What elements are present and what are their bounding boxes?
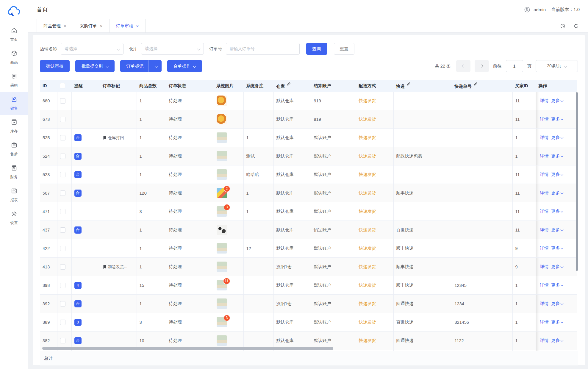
tab-2[interactable]: 订单审核 ×	[110, 19, 146, 32]
delivery-method-link[interactable]: 快递发货	[359, 338, 376, 343]
detail-link[interactable]: 详情	[540, 172, 549, 177]
row-checkbox[interactable]	[60, 172, 65, 177]
detail-link[interactable]: 详情	[540, 338, 549, 343]
product-image[interactable]: 3	[217, 206, 227, 217]
more-link[interactable]: 更多	[551, 98, 563, 104]
delivery-method-link[interactable]: 快递发货	[359, 117, 376, 121]
detail-link[interactable]: 详情	[540, 116, 549, 122]
product-image[interactable]	[217, 169, 227, 180]
query-button[interactable]: 查询	[306, 43, 327, 55]
app-logo[interactable]	[0, 0, 28, 23]
shop-select[interactable]: 请选择	[61, 43, 123, 55]
product-image[interactable]: 11	[217, 280, 227, 290]
delivery-method-link[interactable]: 快递发货	[359, 135, 376, 140]
horizontal-scrollbar[interactable]	[42, 347, 333, 350]
delivery-method-link[interactable]: 快递发货	[359, 264, 376, 269]
more-link[interactable]: 更多	[551, 246, 563, 251]
select-all-checkbox[interactable]	[60, 83, 65, 88]
sidebar-item-report[interactable]: 报表	[0, 184, 28, 207]
detail-link[interactable]: 详情	[540, 264, 549, 270]
detail-link[interactable]: 详情	[540, 301, 549, 307]
delivery-method-link[interactable]: 快递发货	[359, 98, 376, 103]
product-image[interactable]	[217, 151, 227, 161]
page-size-select[interactable]: 20条/页	[536, 60, 578, 72]
detail-link[interactable]: 详情	[540, 319, 549, 325]
row-checkbox[interactable]	[60, 283, 65, 288]
detail-link[interactable]: 详情	[540, 209, 549, 214]
more-link[interactable]: 更多	[551, 209, 563, 214]
product-image[interactable]	[217, 298, 227, 309]
delivery-method-link[interactable]: 快递发货	[359, 283, 376, 287]
edit-pencil-icon[interactable]	[407, 82, 411, 87]
detail-link[interactable]: 详情	[540, 135, 549, 140]
detail-link[interactable]: 详情	[540, 98, 549, 104]
delivery-method-link[interactable]: 快递发货	[359, 320, 376, 324]
row-checkbox[interactable]	[60, 98, 65, 104]
row-checkbox[interactable]	[60, 246, 65, 251]
merge-orders-button[interactable]: 合单操作	[167, 60, 202, 72]
more-link[interactable]: 更多	[551, 301, 563, 307]
tab-0[interactable]: 商品管理 ×	[37, 19, 73, 32]
more-link[interactable]: 更多	[551, 190, 563, 196]
detail-link[interactable]: 详情	[540, 227, 549, 233]
close-icon[interactable]: ×	[64, 24, 66, 29]
delivery-method-link[interactable]: 快递发货	[359, 227, 376, 232]
more-link[interactable]: 更多	[551, 172, 563, 177]
sidebar-item-settings[interactable]: 设置	[0, 207, 28, 229]
sidebar-item-stock[interactable]: 库存	[0, 115, 28, 138]
order-no-input[interactable]	[226, 43, 300, 55]
delivery-method-link[interactable]: 快递发货	[359, 246, 376, 251]
more-link[interactable]: 更多	[551, 319, 563, 325]
product-image[interactable]	[217, 114, 227, 124]
more-link[interactable]: 更多	[551, 135, 563, 140]
vertical-scrollbar[interactable]	[576, 92, 578, 271]
detail-link[interactable]: 详情	[540, 246, 549, 251]
product-image[interactable]	[217, 132, 227, 143]
sidebar-item-finance[interactable]: 财务	[0, 161, 28, 184]
delivery-method-link[interactable]: 快递发货	[359, 209, 376, 214]
row-checkbox[interactable]	[60, 154, 65, 159]
product-image[interactable]	[217, 262, 227, 272]
more-link[interactable]: 更多	[551, 282, 563, 288]
row-checkbox[interactable]	[60, 190, 65, 196]
row-checkbox[interactable]	[60, 117, 65, 122]
row-checkbox[interactable]	[60, 264, 65, 270]
refresh-icon[interactable]	[573, 23, 579, 29]
product-image[interactable]: 2	[217, 188, 227, 198]
sidebar-item-home[interactable]: 首页	[0, 23, 28, 46]
edit-pencil-icon[interactable]	[474, 82, 478, 87]
delivery-method-link[interactable]: 快递发货	[359, 301, 376, 306]
tab-1[interactable]: 采购订单 ×	[73, 19, 110, 32]
more-link[interactable]: 更多	[551, 227, 563, 233]
sidebar-item-aftersale[interactable]: 售后	[0, 138, 28, 161]
username[interactable]: admin	[534, 7, 546, 12]
close-icon[interactable]: ×	[136, 24, 139, 29]
next-page-button[interactable]	[475, 60, 489, 72]
product-image[interactable]	[217, 225, 227, 235]
product-image[interactable]	[217, 243, 227, 254]
sidebar-item-purchase[interactable]: 采购	[0, 69, 28, 92]
detail-link[interactable]: 详情	[540, 153, 549, 159]
product-image[interactable]	[217, 96, 227, 106]
detail-link[interactable]: 详情	[540, 282, 549, 288]
sidebar-item-sales[interactable]: 销售	[0, 92, 28, 115]
order-mark-button[interactable]: 订单标记	[120, 60, 162, 72]
product-image[interactable]	[217, 335, 227, 346]
batch-submit-button[interactable]: 批量提交到	[75, 60, 115, 72]
prev-page-button[interactable]	[456, 60, 470, 72]
delivery-method-link[interactable]: 快递发货	[359, 172, 376, 177]
edit-pencil-icon[interactable]	[287, 82, 291, 87]
sidebar-item-goods[interactable]: 商品	[0, 46, 28, 69]
avatar-icon[interactable]	[524, 6, 531, 13]
row-checkbox[interactable]	[60, 338, 65, 343]
detail-link[interactable]: 详情	[540, 190, 549, 196]
more-link[interactable]: 更多	[551, 153, 563, 159]
product-image[interactable]: 3	[217, 317, 227, 327]
row-checkbox[interactable]	[60, 209, 65, 214]
history-clock-icon[interactable]	[560, 23, 566, 29]
delivery-method-link[interactable]: 快递发货	[359, 154, 376, 158]
row-checkbox[interactable]	[60, 227, 65, 233]
row-checkbox[interactable]	[60, 301, 65, 307]
delivery-method-link[interactable]: 快递发货	[359, 190, 376, 195]
row-checkbox[interactable]	[60, 320, 65, 325]
